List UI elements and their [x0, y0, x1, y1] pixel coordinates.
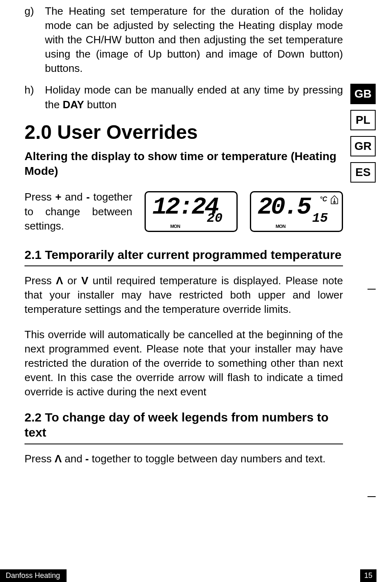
paragraph: Press Λ and - together to toggle between…	[24, 452, 343, 466]
heading-2-1: 2.1 Temporarily alter current programmed…	[24, 247, 343, 267]
heading-user-overrides: 2.0 User Overrides	[24, 121, 343, 143]
paragraph: This override will automatically be canc…	[24, 328, 343, 399]
list-label: h)	[24, 83, 45, 111]
footer: Danfoss Heating 15	[0, 567, 392, 582]
lcd-day: MON	[276, 224, 285, 229]
lcd-sub-value: 20	[207, 211, 223, 226]
page: g) The Heating set temperature for the d…	[0, 0, 392, 582]
lang-tab-gb[interactable]: GB	[350, 84, 376, 104]
bold-day: DAY	[62, 98, 84, 111]
lcd-unit: °C	[320, 196, 327, 203]
down-arrow-icon: V	[81, 274, 88, 288]
lcd-day: MON	[170, 224, 180, 229]
subheading-altering-display: Altering the display to show time or tem…	[24, 149, 343, 179]
heading-2-2: 2.2 To change day of week legends from n…	[24, 410, 343, 444]
press-text: Press + and - together to change between…	[24, 190, 132, 233]
list-label: g)	[24, 4, 45, 76]
lcd-main-value: 20.5	[258, 193, 310, 221]
list-item-g: g) The Heating set temperature for the d…	[24, 4, 343, 76]
list-text: The Heating set temperature for the dura…	[45, 4, 343, 76]
press-row: Press + and - together to change between…	[24, 190, 343, 233]
paragraph: Press Λ or V until required temperature …	[24, 274, 343, 317]
margin-tick	[368, 289, 376, 290]
lcd-display-temp: 20.5 15 MON °C	[250, 191, 343, 232]
thermometer-house-icon	[330, 195, 339, 205]
page-number: 15	[360, 569, 376, 582]
lang-tab-es[interactable]: ES	[350, 162, 376, 183]
up-arrow-icon: Λ	[55, 452, 62, 466]
up-arrow-icon: Λ	[56, 274, 63, 288]
lcd-display-time: 12:24 20 MON	[145, 191, 238, 232]
list-item-h: h) Holiday mode can be manually ended at…	[24, 83, 343, 111]
lcd-sub-value: 15	[312, 211, 328, 226]
margin-tick	[368, 496, 376, 497]
footer-brand: Danfoss Heating	[0, 569, 67, 582]
language-tabs: GB PL GR ES	[350, 84, 376, 183]
lang-tab-gr[interactable]: GR	[350, 136, 376, 156]
main-column: g) The Heating set temperature for the d…	[24, 4, 343, 466]
list-text: Holiday mode can be manually ended at an…	[45, 83, 343, 111]
lang-tab-pl[interactable]: PL	[350, 110, 376, 130]
